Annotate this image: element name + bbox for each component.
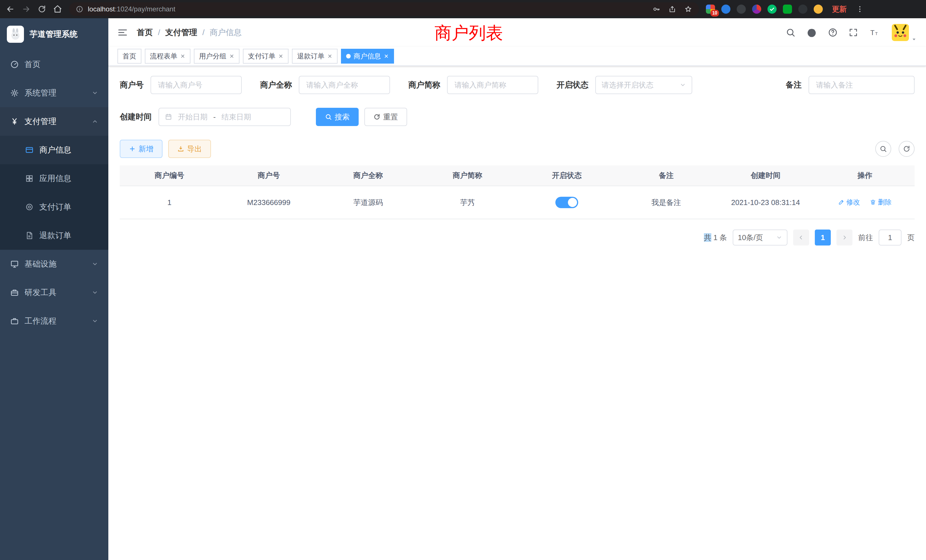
app-logo[interactable]: 芋道管理系统 — [0, 18, 108, 50]
search-icon[interactable] — [786, 28, 796, 37]
status-select[interactable]: 请选择开启状态 — [595, 76, 692, 94]
short-name-input[interactable] — [447, 76, 538, 94]
pagination-total: 共 1 条 — [704, 233, 727, 243]
user-menu[interactable] — [892, 24, 909, 41]
sidebar-item-merchant-info[interactable]: 商户信息 — [0, 136, 108, 164]
refresh-table-button[interactable] — [899, 141, 915, 157]
filter-full-name: 商户全称 — [260, 76, 390, 94]
grid-icon — [25, 174, 34, 183]
filter-label: 商户全称 — [260, 80, 292, 90]
filter-remark: 备注 — [786, 76, 915, 94]
sidebar-item-infrastructure[interactable]: 基础设施 — [0, 250, 108, 278]
share-icon[interactable] — [668, 5, 676, 13]
breadcrumb-payment[interactable]: 支付管理 — [165, 27, 197, 38]
chevron-down-icon — [92, 318, 98, 324]
plus-icon — [129, 145, 136, 152]
user-avatar[interactable] — [892, 24, 909, 41]
back-button[interactable] — [6, 5, 15, 14]
extension-icon-6[interactable] — [783, 5, 792, 14]
cell-actions: 修改 删除 — [816, 186, 915, 219]
prev-page-button[interactable] — [793, 230, 809, 245]
help-icon[interactable] — [828, 28, 838, 37]
table-header-row: 商户编号 商户号 商户全称 商户简称 开启状态 备注 创建时间 操作 — [120, 165, 915, 186]
svg-text:T: T — [875, 31, 878, 36]
tab-home[interactable]: 首页 — [118, 49, 141, 64]
extension-icon-2[interactable] — [721, 5, 731, 14]
search-button[interactable]: 搜索 — [316, 108, 359, 126]
font-size-icon[interactable]: TT — [869, 28, 880, 37]
tab-pay-order[interactable]: 支付订单 — [243, 49, 289, 64]
sidebar-item-system[interactable]: 系统管理 — [0, 79, 108, 107]
sidebar-fold-icon[interactable] — [118, 27, 128, 38]
extension-icon-5[interactable] — [767, 5, 776, 14]
sidebar-item-workflow[interactable]: 工作流程 — [0, 307, 108, 335]
github-icon[interactable] — [806, 27, 817, 38]
forward-button[interactable] — [22, 5, 31, 14]
edit-button[interactable]: 修改 — [838, 198, 860, 207]
filter-merchant-no: 商户号 — [120, 76, 242, 94]
browser-update-button[interactable]: 更新 — [832, 4, 847, 14]
next-page-button[interactable] — [837, 230, 852, 245]
fullscreen-icon[interactable] — [849, 28, 858, 37]
home-button[interactable] — [53, 5, 62, 14]
sidebar-item-label: 支付管理 — [24, 116, 56, 127]
gear-icon — [10, 89, 19, 97]
extension-icon-1[interactable]: 10 — [706, 5, 715, 14]
toolbox-icon — [10, 288, 19, 297]
tab-label: 首页 — [123, 51, 136, 61]
filter-row-2: 创建时间 开始日期 - 结束日期 搜索 — [120, 108, 915, 126]
reload-button[interactable] — [38, 5, 46, 14]
table-tools — [875, 141, 915, 157]
url-text: localhost:1024/pay/merchant — [88, 5, 176, 13]
export-button[interactable]: 导出 — [168, 140, 211, 158]
reset-button[interactable]: 重置 — [365, 108, 407, 126]
merchant-no-input[interactable] — [151, 76, 242, 94]
toggle-search-button[interactable] — [875, 141, 891, 157]
close-icon[interactable] — [327, 54, 333, 59]
password-key-icon[interactable] — [652, 5, 660, 13]
remark-input[interactable] — [808, 76, 915, 94]
address-bar[interactable]: localhost:1024/pay/merchant — [69, 2, 699, 16]
sidebar-item-home[interactable]: 首页 — [0, 50, 108, 79]
add-button[interactable]: 新增 — [120, 140, 162, 158]
extension-icon-7[interactable] — [798, 5, 807, 14]
extension-icon-3[interactable] — [737, 5, 746, 14]
chevron-down-icon — [680, 82, 686, 88]
sidebar-item-payment[interactable]: 支付管理 — [0, 107, 108, 136]
browser-menu-icon[interactable] — [856, 5, 864, 13]
page-number-1[interactable]: 1 — [815, 230, 831, 245]
sidebar-item-app-info[interactable]: 应用信息 — [0, 164, 108, 193]
bookmark-star-icon[interactable] — [684, 5, 692, 13]
date-range-picker[interactable]: 开始日期 - 结束日期 — [159, 108, 291, 126]
table-row: 1 M233666999 芋道源码 芋艿 我是备注 2021-10-23 08:… — [120, 186, 915, 219]
tab-merchant-info[interactable]: 商户信息 — [341, 49, 394, 64]
page-header: 首页 / 支付管理 / 商户信息 TT — [108, 18, 926, 47]
bank-card-icon — [25, 146, 34, 154]
full-name-input[interactable] — [299, 76, 390, 94]
status-toggle[interactable] — [555, 197, 578, 208]
extension-icon-8[interactable] — [814, 5, 823, 14]
close-icon[interactable] — [229, 54, 235, 59]
avatar-caret-icon — [911, 36, 917, 42]
close-icon[interactable] — [180, 54, 185, 59]
sidebar-item-devtools[interactable]: 研发工具 — [0, 278, 108, 307]
page-size-select[interactable]: 10条/页 — [733, 230, 787, 245]
delete-button[interactable]: 删除 — [870, 198, 891, 207]
tab-user-group[interactable]: 用户分组 — [194, 49, 239, 64]
edit-button-label: 修改 — [846, 198, 860, 207]
refresh-icon — [374, 114, 380, 120]
site-info-icon[interactable] — [76, 5, 83, 13]
sidebar-item-pay-order[interactable]: 支付订单 — [0, 193, 108, 221]
extension-icon-4[interactable] — [752, 5, 761, 14]
breadcrumb-home[interactable]: 首页 — [137, 27, 153, 38]
close-icon[interactable] — [278, 54, 283, 59]
goto-page-input[interactable] — [879, 230, 902, 245]
close-icon[interactable] — [384, 54, 389, 59]
chevron-down-icon — [92, 261, 98, 267]
url-host: localhost — [88, 5, 115, 13]
sidebar-item-label: 研发工具 — [24, 287, 56, 298]
tab-process-form[interactable]: 流程表单 — [145, 49, 191, 64]
filter-short-name: 商户简称 — [408, 76, 538, 94]
tab-refund-order[interactable]: 退款订单 — [292, 49, 337, 64]
sidebar-item-refund-order[interactable]: 退款订单 — [0, 221, 108, 250]
